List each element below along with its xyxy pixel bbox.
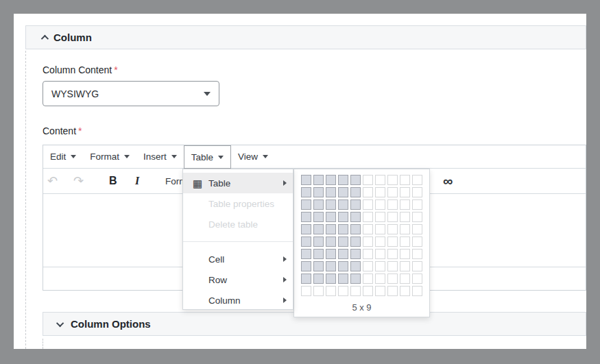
grid-cell[interactable] xyxy=(313,261,324,271)
grid-cell[interactable] xyxy=(363,187,373,197)
menubar-item-format[interactable]: Format xyxy=(83,145,136,168)
grid-cell[interactable] xyxy=(412,224,422,234)
menubar-item-insert[interactable]: Insert xyxy=(136,145,184,168)
grid-cell[interactable] xyxy=(387,286,398,296)
grid-cell[interactable] xyxy=(387,249,398,259)
grid-cell[interactable] xyxy=(400,199,410,210)
grid-cell[interactable] xyxy=(363,249,373,259)
grid-cell[interactable] xyxy=(301,212,311,222)
grid-cell[interactable] xyxy=(350,236,361,247)
grid-cell[interactable] xyxy=(412,212,422,222)
grid-cell[interactable] xyxy=(412,199,422,210)
grid-cell[interactable] xyxy=(313,249,324,259)
grid-cell[interactable] xyxy=(412,236,422,247)
grid-cell[interactable] xyxy=(326,224,336,234)
grid-cell[interactable] xyxy=(326,175,336,185)
grid-cell[interactable] xyxy=(326,261,336,271)
grid-cell[interactable] xyxy=(313,212,324,222)
menubar-item-table[interactable]: Table xyxy=(184,145,231,169)
grid-cell[interactable] xyxy=(313,187,324,197)
grid-cell[interactable] xyxy=(326,286,336,296)
grid-cell[interactable] xyxy=(375,187,385,197)
grid-cell[interactable] xyxy=(350,212,361,222)
grid-cell[interactable] xyxy=(387,274,398,284)
grid-cell[interactable] xyxy=(400,187,410,197)
grid-cell[interactable] xyxy=(363,224,373,234)
italic-button[interactable]: I xyxy=(135,175,139,187)
grid-cell[interactable] xyxy=(387,224,398,234)
grid-cell[interactable] xyxy=(326,199,336,210)
grid-cell[interactable] xyxy=(400,212,410,222)
grid-cell[interactable] xyxy=(375,286,385,296)
grid-cell[interactable] xyxy=(338,199,348,210)
menu-item-column[interactable]: Column xyxy=(183,290,293,311)
grid-cell[interactable] xyxy=(375,261,385,271)
grid-cell[interactable] xyxy=(375,175,385,185)
column-content-select[interactable]: WYSIWYG xyxy=(43,81,219,106)
grid-cell[interactable] xyxy=(412,249,422,259)
grid-cell[interactable] xyxy=(350,274,361,284)
grid-cell[interactable] xyxy=(326,274,336,284)
grid-cell[interactable] xyxy=(313,224,324,234)
grid-cell[interactable] xyxy=(375,224,385,234)
grid-cell[interactable] xyxy=(350,249,361,259)
menu-item-row[interactable]: Row xyxy=(183,269,293,290)
grid-cell[interactable] xyxy=(387,175,398,185)
grid-cell[interactable] xyxy=(400,224,410,234)
grid-cell[interactable] xyxy=(375,212,385,222)
grid-cell[interactable] xyxy=(412,261,422,271)
grid-cell[interactable] xyxy=(412,286,422,296)
grid-cell[interactable] xyxy=(400,249,410,259)
grid-cell[interactable] xyxy=(350,286,361,296)
grid-cell[interactable] xyxy=(363,236,373,247)
grid-cell[interactable] xyxy=(412,175,422,185)
grid-cell[interactable] xyxy=(326,187,336,197)
grid-cell[interactable] xyxy=(313,236,324,247)
grid-cell[interactable] xyxy=(363,274,373,284)
grid-cell[interactable] xyxy=(350,175,361,185)
grid-cell[interactable] xyxy=(338,212,348,222)
grid-cell[interactable] xyxy=(301,286,311,296)
grid-cell[interactable] xyxy=(400,274,410,284)
grid-cell[interactable] xyxy=(412,187,422,197)
grid-cell[interactable] xyxy=(350,187,361,197)
grid-cell[interactable] xyxy=(363,286,373,296)
grid-cell[interactable] xyxy=(375,199,385,210)
grid-cell[interactable] xyxy=(363,175,373,185)
bold-button[interactable]: B xyxy=(109,175,117,187)
grid-cell[interactable] xyxy=(338,224,348,234)
grid-cell[interactable] xyxy=(375,249,385,259)
grid-cell[interactable] xyxy=(400,175,410,185)
grid-cell[interactable] xyxy=(387,236,398,247)
grid-cell[interactable] xyxy=(301,236,311,247)
grid-cell[interactable] xyxy=(363,261,373,271)
grid-cell[interactable] xyxy=(338,187,348,197)
grid-cell[interactable] xyxy=(375,236,385,247)
grid-cell[interactable] xyxy=(338,261,348,271)
grid-cell[interactable] xyxy=(301,249,311,259)
grid-cell[interactable] xyxy=(338,175,348,185)
grid-cell[interactable] xyxy=(350,224,361,234)
menu-item-table[interactable]: ▦Table xyxy=(183,173,293,193)
grid-cell[interactable] xyxy=(338,286,348,296)
menubar-item-edit[interactable]: Edit xyxy=(43,145,83,168)
grid-cell[interactable] xyxy=(326,212,336,222)
grid-cell[interactable] xyxy=(326,249,336,259)
grid-cell[interactable] xyxy=(400,286,410,296)
grid-cell[interactable] xyxy=(375,274,385,284)
grid-cell[interactable] xyxy=(400,261,410,271)
grid-cell[interactable] xyxy=(301,274,311,284)
grid-cell[interactable] xyxy=(363,212,373,222)
grid-cell[interactable] xyxy=(363,199,373,210)
grid-cell[interactable] xyxy=(338,274,348,284)
grid-cell[interactable] xyxy=(387,199,398,210)
grid-cell[interactable] xyxy=(313,286,324,296)
grid-cell[interactable] xyxy=(350,199,361,210)
column-section-header[interactable]: Column xyxy=(25,25,586,49)
grid-cell[interactable] xyxy=(412,274,422,284)
grid-cell[interactable] xyxy=(301,199,311,210)
grid-cell[interactable] xyxy=(387,187,398,197)
grid-cell[interactable] xyxy=(313,199,324,210)
grid-cell[interactable] xyxy=(313,175,324,185)
grid-cell[interactable] xyxy=(301,224,311,234)
